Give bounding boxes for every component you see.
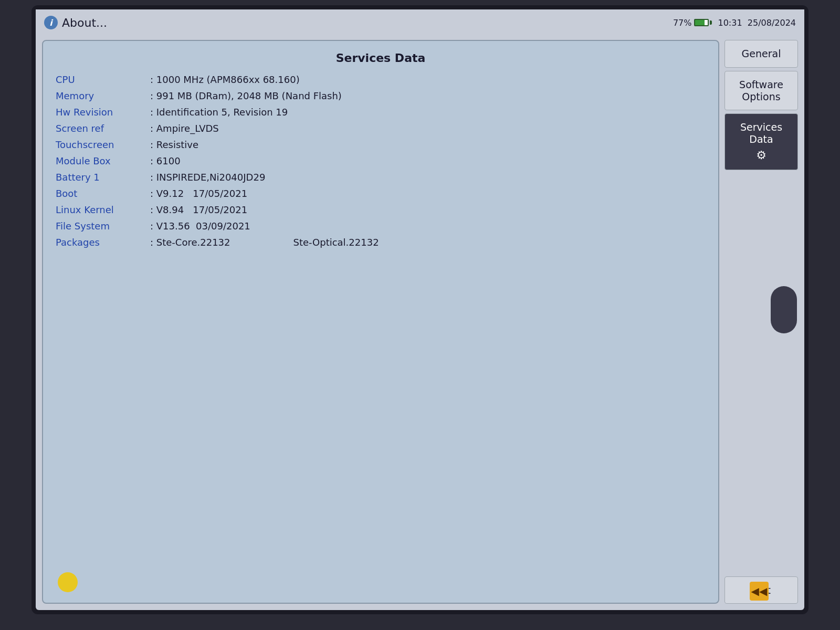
battery-body — [694, 19, 709, 26]
window-title: About... — [62, 16, 107, 29]
row-label: Packages — [56, 237, 150, 248]
table-row: Boot : V9.12 17/05/2021 — [56, 188, 706, 199]
row-value: : Resistive — [150, 139, 198, 150]
title-bar: i About... 77% 10:31 25/08/2024 — [36, 9, 804, 36]
title-left: i About... — [44, 16, 107, 29]
table-row: File System : V13.56 03/09/2021 — [56, 220, 706, 232]
row-value: : V8.94 17/05/2021 — [150, 204, 247, 215]
right-edge-decoration — [771, 286, 797, 333]
row-value-extra: Ste-Optical.22132 — [293, 237, 379, 248]
sidebar-item-services-label: ServicesData — [740, 121, 782, 145]
sidebar-item-general-label: General — [742, 48, 781, 59]
row-value: : V9.12 17/05/2021 — [150, 188, 247, 199]
row-value: : Ampire_LVDS — [150, 123, 219, 134]
screen: i About... 77% 10:31 25/08/2024 — [36, 9, 804, 610]
table-row: Module Box : 6100 — [56, 155, 706, 166]
time-display: 10:31 25/08/2024 — [718, 18, 796, 28]
panel-title: Services Data — [56, 51, 706, 65]
row-value: : Identification 5, Revision 19 — [150, 107, 288, 118]
battery-indicator: 77% — [673, 18, 712, 28]
services-data-panel: Services Data CPU : 1000 MHz (APM866xx 6… — [42, 40, 719, 604]
row-value: : INSPIREDE,Ni2040JD29 — [150, 172, 265, 183]
row-label: Module Box — [56, 155, 150, 166]
battery-fill — [695, 20, 705, 25]
back-arrow-button[interactable]: ◀◀ — [750, 582, 769, 601]
row-label: Hw Revision — [56, 107, 150, 118]
sidebar-spacer — [724, 173, 798, 573]
row-value: : 991 MB (DRam), 2048 MB (Nand Flash) — [150, 90, 342, 101]
row-label: File System — [56, 220, 150, 232]
main-content: Services Data CPU : 1000 MHz (APM866xx 6… — [36, 36, 804, 610]
gear-icon: ⚙ — [756, 149, 766, 162]
table-row: Packages : Ste-Core.22132 Ste-Optical.22… — [56, 237, 706, 248]
row-label: Linux Kernel — [56, 204, 150, 215]
sidebar-item-software[interactable]: SoftwareOptions — [724, 71, 798, 111]
table-row: Linux Kernel : V8.94 17/05/2021 — [56, 204, 706, 215]
row-label: Battery 1 — [56, 172, 150, 183]
row-label: Touchscreen — [56, 139, 150, 150]
data-table: CPU : 1000 MHz (APM866xx 68.160) Memory … — [56, 74, 706, 248]
battery-tip — [710, 20, 712, 25]
table-row: Touchscreen : Resistive — [56, 139, 706, 150]
table-row: Battery 1 : INSPIREDE,Ni2040JD29 — [56, 172, 706, 183]
back-arrow-icon: ◀◀ — [751, 585, 768, 597]
sidebar-item-software-label: SoftwareOptions — [739, 79, 783, 102]
table-row: Memory : 991 MB (DRam), 2048 MB (Nand Fl… — [56, 90, 706, 101]
yellow-circle-indicator — [58, 572, 78, 592]
table-row: CPU : 1000 MHz (APM866xx 68.160) — [56, 74, 706, 85]
device-frame: i About... 77% 10:31 25/08/2024 — [32, 5, 808, 614]
battery-percentage: 77% — [673, 18, 692, 28]
battery-icon — [694, 19, 712, 26]
status-bar: 77% 10:31 25/08/2024 — [673, 18, 796, 28]
row-label: CPU — [56, 74, 150, 85]
row-value: : 6100 — [150, 155, 181, 166]
row-value: : Ste-Core.22132 — [150, 237, 230, 248]
sidebar-item-general[interactable]: General — [724, 40, 798, 68]
row-value: : 1000 MHz (APM866xx 68.160) — [150, 74, 300, 85]
sidebar-item-services-data[interactable]: ServicesData ⚙ — [724, 113, 798, 170]
table-row: Screen ref : Ampire_LVDS — [56, 123, 706, 134]
row-label: Memory — [56, 90, 150, 101]
table-row: Hw Revision : Identification 5, Revision… — [56, 107, 706, 118]
row-label: Boot — [56, 188, 150, 199]
info-icon: i — [44, 16, 58, 29]
row-label: Screen ref — [56, 123, 150, 134]
row-value: : V13.56 03/09/2021 — [150, 220, 250, 232]
